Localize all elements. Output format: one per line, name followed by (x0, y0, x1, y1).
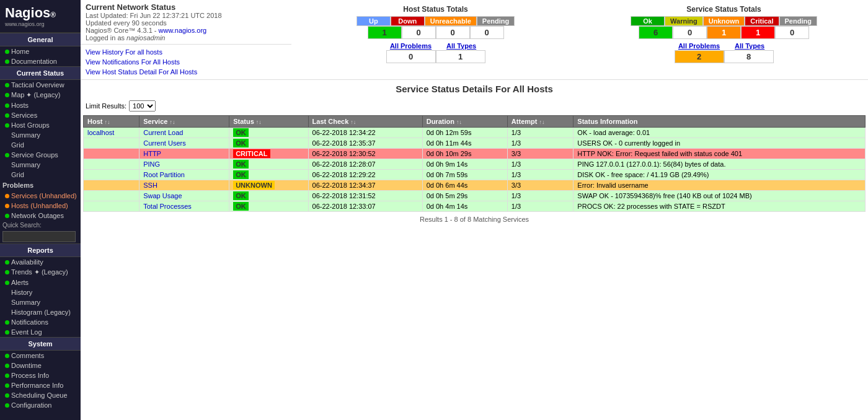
sidebar-item-documentation[interactable]: Documentation (0, 56, 81, 66)
col-status[interactable]: Status ↑↓ (229, 116, 308, 128)
service-link[interactable]: Current Users (143, 139, 185, 147)
performance-info-link[interactable]: Performance Info (11, 382, 63, 389)
col-service[interactable]: Service ↑↓ (140, 116, 229, 128)
downtime-link[interactable]: Downtime (11, 362, 42, 369)
services-unhandled-link[interactable]: Services (Unhandled) (11, 192, 77, 199)
sidebar-item-process-info[interactable]: Process Info (0, 370, 81, 380)
alerts-histogram-link[interactable]: Histogram (Legacy) (11, 308, 71, 316)
sidebar-item-services-unhandled[interactable]: Services (Unhandled) (0, 191, 81, 201)
sidebar-item-sg-summary[interactable]: Summary (0, 160, 81, 170)
svc-value-warning[interactable]: 0 (673, 26, 707, 39)
sidebar-item-home[interactable]: Home (0, 46, 81, 56)
configuration-link[interactable]: Configuration (11, 401, 51, 409)
host-types-value[interactable]: 1 (436, 50, 485, 63)
sidebar-item-scheduling-queue[interactable]: Scheduling Queue (0, 390, 81, 400)
host-value-unreachable[interactable]: 0 (436, 26, 470, 39)
alerts-link[interactable]: Alerts (11, 279, 29, 286)
service-link[interactable]: Current Load (143, 129, 183, 136)
host-header-pending[interactable]: Pending (477, 16, 515, 26)
svc-value-ok[interactable]: 6 (639, 26, 673, 39)
home-link[interactable]: Home (11, 48, 29, 55)
notifications-link[interactable]: Notifications (11, 318, 48, 326)
col-attempt[interactable]: Attempt ↑↓ (507, 116, 574, 128)
host-link[interactable]: localhost (87, 129, 114, 136)
hg-summary-link[interactable]: Summary (11, 131, 40, 139)
svc-header-critical[interactable]: Critical (745, 16, 779, 26)
sidebar-item-notifications[interactable]: Notifications (0, 317, 81, 327)
sidebar-item-map[interactable]: Map ✦ (Legacy) (0, 90, 81, 100)
host-header-down[interactable]: Down (391, 16, 425, 26)
scheduling-queue-link[interactable]: Scheduling Queue (11, 392, 68, 399)
sidebar-item-comments[interactable]: Comments (0, 351, 81, 361)
sidebar-item-event-log[interactable]: Event Log (0, 327, 81, 337)
view-history-link[interactable]: View History For all hosts (86, 47, 286, 57)
service-link[interactable]: SSH (143, 182, 157, 189)
service-link[interactable]: Total Processes (143, 203, 192, 210)
nagios-link[interactable]: www.nagios.org (159, 27, 207, 34)
sidebar-item-service-groups[interactable]: Service Groups (0, 150, 81, 160)
sidebar-item-configuration[interactable]: Configuration (0, 400, 81, 410)
sidebar-item-alerts-summary[interactable]: Summary (0, 297, 81, 307)
sidebar-item-alerts-history[interactable]: History (0, 287, 81, 297)
host-header-unreachable[interactable]: Unreachable (425, 16, 477, 26)
host-header-up[interactable]: Up (356, 16, 391, 26)
sidebar-item-sg-grid[interactable]: Grid (0, 170, 81, 180)
trends-link[interactable]: Trends ✦ (Legacy) (11, 268, 68, 276)
svc-value-pending[interactable]: 0 (775, 26, 809, 39)
service-link[interactable]: Swap Usage (143, 192, 182, 199)
sidebar-item-availability[interactable]: Availability (0, 257, 81, 267)
availability-link[interactable]: Availability (11, 258, 43, 266)
col-host[interactable]: Host ↑↓ (84, 116, 140, 128)
sidebar-item-services[interactable]: Services (0, 110, 81, 120)
host-all-types-link[interactable]: All Types (436, 42, 486, 50)
map-link[interactable]: Map ✦ (Legacy) (11, 91, 60, 99)
service-groups-link[interactable]: Service Groups (11, 151, 58, 159)
hg-grid-link[interactable]: Grid (11, 141, 24, 149)
service-link[interactable]: PING (143, 160, 160, 168)
sidebar-item-tactical[interactable]: Tactical Overview (0, 80, 81, 90)
svc-value-unknown[interactable]: 1 (707, 26, 741, 39)
sidebar-item-hg-summary[interactable]: Summary (0, 130, 81, 140)
sidebar-item-alerts-histogram[interactable]: Histogram (Legacy) (0, 307, 81, 317)
tactical-link[interactable]: Tactical Overview (11, 81, 64, 89)
sidebar-item-alerts[interactable]: Alerts (0, 278, 81, 287)
sidebar-item-hosts[interactable]: Hosts (0, 100, 81, 110)
hosts-unhandled-link[interactable]: Hosts (Unhandled) (11, 202, 68, 209)
alerts-summary-link[interactable]: Summary (11, 299, 40, 306)
svc-header-warning[interactable]: Warning (665, 16, 703, 26)
services-link[interactable]: Services (11, 112, 37, 119)
host-problems-value[interactable]: 0 (386, 50, 436, 63)
host-value-down[interactable]: 0 (402, 26, 436, 39)
col-last-check[interactable]: Last Check ↑↓ (308, 116, 422, 128)
host-all-problems-link[interactable]: All Problems (385, 42, 436, 50)
svc-value-critical[interactable]: 1 (741, 26, 775, 39)
host-value-up[interactable]: 1 (368, 26, 402, 39)
process-info-link[interactable]: Process Info (11, 372, 49, 379)
documentation-link[interactable]: Documentation (11, 58, 57, 65)
limit-select[interactable]: 25 50 100 200 All (129, 100, 156, 112)
network-outages-link[interactable]: Network Outages (11, 212, 64, 219)
sg-summary-link[interactable]: Summary (11, 161, 40, 168)
comments-link[interactable]: Comments (11, 352, 44, 359)
svc-types-value[interactable]: 8 (724, 50, 774, 63)
host-groups-link[interactable]: Host Groups (11, 121, 50, 129)
view-host-status-link[interactable]: View Host Status Detail For All Hosts (86, 67, 286, 77)
alerts-history-link[interactable]: History (11, 289, 32, 296)
sidebar-item-hg-grid[interactable]: Grid (0, 140, 81, 150)
sidebar-item-performance-info[interactable]: Performance Info (0, 380, 81, 390)
event-log-link[interactable]: Event Log (11, 328, 42, 336)
hosts-link[interactable]: Hosts (11, 102, 29, 109)
svc-all-types-link[interactable]: All Types (725, 42, 774, 50)
sidebar-item-downtime[interactable]: Downtime (0, 361, 81, 370)
col-duration[interactable]: Duration ↑↓ (422, 116, 507, 128)
svc-problems-value[interactable]: 2 (675, 50, 724, 63)
quick-search-input[interactable] (2, 231, 76, 242)
service-link[interactable]: HTTP (143, 150, 161, 157)
svc-header-pending[interactable]: Pending (779, 16, 817, 26)
sidebar-item-trends[interactable]: Trends ✦ (Legacy) (0, 267, 81, 278)
service-link[interactable]: Root Partition (143, 171, 185, 178)
svc-header-unknown[interactable]: Unknown (703, 16, 745, 26)
svc-header-ok[interactable]: Ok (631, 16, 665, 26)
sg-grid-link[interactable]: Grid (11, 171, 24, 178)
sidebar-item-hosts-unhandled[interactable]: Hosts (Unhandled) (0, 201, 81, 211)
